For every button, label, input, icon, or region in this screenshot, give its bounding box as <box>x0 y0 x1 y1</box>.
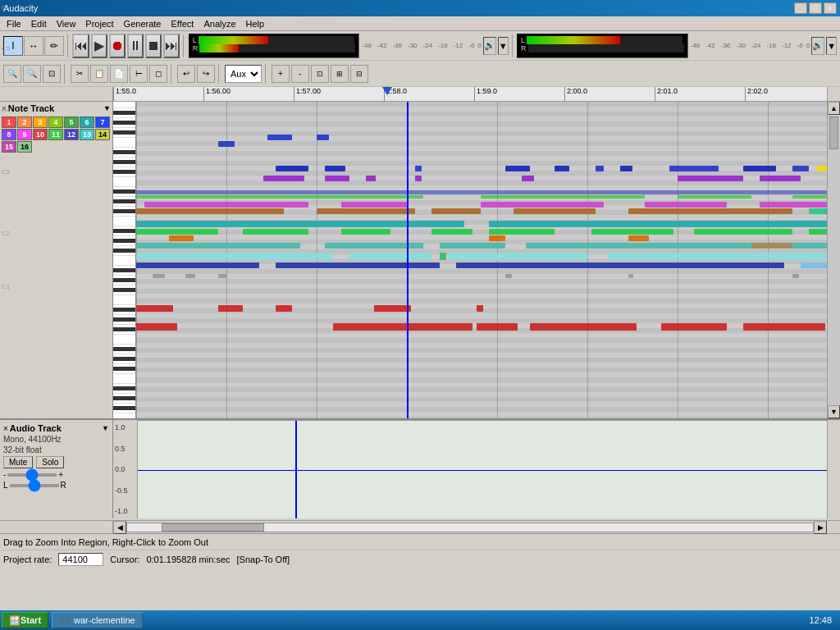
hscroll-bar[interactable] <box>126 523 814 532</box>
audio-track-vscroll[interactable] <box>827 420 840 518</box>
start-button[interactable]: 🪟 Start <box>2 612 48 628</box>
zoom-out-t-btn[interactable]: - <box>291 65 309 83</box>
maximize-button[interactable]: □ <box>809 2 822 14</box>
select-tool[interactable]: ↔ <box>24 36 43 56</box>
output-r-label: R <box>521 44 527 52</box>
output-dropdown-btn[interactable]: ▼ <box>826 37 837 55</box>
midi-ch-2[interactable]: 2 <box>17 116 32 128</box>
taskbar-audacity[interactable]: 🎵 war-clementine <box>52 612 143 628</box>
zoom-sel-btn[interactable]: ⊡ <box>311 65 329 83</box>
vscroll-down-btn[interactable]: ▼ <box>828 405 840 418</box>
midi-ch-1[interactable]: 1 <box>2 116 16 128</box>
audio-track-dropdown[interactable]: ▼ <box>102 424 109 432</box>
solo-button[interactable]: Solo <box>36 456 64 468</box>
project-rate-value[interactable]: 44100 <box>58 553 103 566</box>
zoom-fit-btn[interactable]: ⊞ <box>331 65 349 83</box>
note-track-content[interactable] <box>136 102 827 418</box>
zoom-fit2-btn[interactable]: ⊟ <box>350 65 368 83</box>
paste-btn[interactable]: 📄 <box>110 65 128 83</box>
note-dm-1 <box>136 262 259 268</box>
minimize-button[interactable]: _ <box>794 2 807 14</box>
gain-slider[interactable] <box>7 473 57 477</box>
stop-button[interactable]: ⏹ <box>145 34 162 58</box>
pause-button[interactable]: ⏸ <box>127 34 144 58</box>
midi-ch-11[interactable]: 11 <box>48 129 63 140</box>
select-all-btn[interactable]: ⊡ <box>43 65 61 83</box>
grid-line-0 <box>136 102 137 418</box>
input-gain-btn[interactable]: 🔊 <box>483 37 496 55</box>
midi-ch-9[interactable]: 9 <box>17 129 32 140</box>
pan-slider[interactable] <box>10 484 59 487</box>
midi-ch-3[interactable]: 3 <box>33 116 48 128</box>
note-track-dropdown[interactable]: ▼ <box>103 104 111 112</box>
mute-button[interactable]: Mute <box>3 456 33 468</box>
copy-btn[interactable]: 📋 <box>90 65 108 83</box>
timeline-ruler-area[interactable]: 1:55.0 1:56.00 1:57.00 1:58.0 1:59.0 2:0… <box>113 87 827 101</box>
note-track-header: × Note Track ▼ <box>2 103 111 113</box>
note-br-3 <box>431 208 481 214</box>
record-button[interactable]: ⏺ <box>109 34 126 58</box>
input-l-label: L <box>193 36 197 44</box>
hscroll-left-spacer <box>0 521 113 533</box>
note-pm-4 <box>645 202 727 208</box>
midi-ch-16[interactable]: 16 <box>17 141 32 153</box>
note-track-vscroll[interactable]: ▲ ▼ <box>827 102 840 418</box>
grid-line-5 <box>587 102 588 418</box>
midi-ch-13[interactable]: 13 <box>80 129 94 140</box>
menu-generate[interactable]: Generate <box>119 18 167 30</box>
y-label--1.0: -1.0 <box>115 507 135 515</box>
trim-btn[interactable]: ⊢ <box>130 65 148 83</box>
hscroll-right-btn[interactable]: ▶ <box>814 521 827 534</box>
midi-ch-12[interactable]: 12 <box>64 129 79 140</box>
rewind-button[interactable]: ⏮ <box>72 34 89 58</box>
silence-btn[interactable]: ◻ <box>149 65 167 83</box>
midi-ch-7[interactable]: 7 <box>95 116 110 128</box>
draw-tool[interactable]: ✏ <box>44 36 64 56</box>
midi-ch-15[interactable]: 15 <box>2 141 16 153</box>
toolbar2-sep2 <box>171 64 174 84</box>
menu-file[interactable]: File <box>2 18 26 30</box>
close-button[interactable]: × <box>824 2 837 14</box>
menu-help[interactable]: Help <box>241 18 270 30</box>
redo-btn[interactable]: ↪ <box>197 65 215 83</box>
forward-button[interactable]: ⏭ <box>163 34 180 58</box>
note-lc-1 <box>136 253 333 260</box>
hscroll-left-btn[interactable]: ◀ <box>113 521 126 534</box>
hscroll-thumb[interactable] <box>162 523 264 532</box>
note-red-4 <box>374 305 411 312</box>
zoom-in-btn[interactable]: 🔍 <box>3 65 21 83</box>
menu-view[interactable]: View <box>52 18 81 30</box>
play-button[interactable]: ▶ <box>91 34 107 58</box>
menu-edit[interactable]: Edit <box>26 18 52 30</box>
undo-btn[interactable]: ↩ <box>177 65 195 83</box>
note-dm-3 <box>456 262 784 268</box>
note-redL-2 <box>333 323 472 331</box>
output-l-label: L <box>521 36 525 44</box>
vscroll-up-btn[interactable]: ▲ <box>828 102 840 115</box>
note-p-2 <box>325 176 349 181</box>
hscroll-track[interactable] <box>126 521 814 533</box>
audio-waveform[interactable] <box>138 420 827 518</box>
midi-ch-10[interactable]: 10 <box>33 129 48 140</box>
aux-select[interactable]: Aux <box>225 65 262 83</box>
input-r-label: R <box>193 44 199 52</box>
menu-analyze[interactable]: Analyze <box>199 18 240 30</box>
menu-project[interactable]: Project <box>80 18 118 30</box>
output-gain-btn[interactable]: 🔊 <box>811 37 824 55</box>
note-cy-1 <box>136 221 464 227</box>
note-br-5 <box>628 208 792 214</box>
audio-track-close[interactable]: × <box>3 424 8 433</box>
midi-ch-8[interactable]: 8 <box>2 129 16 140</box>
menu-effect[interactable]: Effect <box>166 18 199 30</box>
input-dropdown-btn[interactable]: ▼ <box>498 37 509 55</box>
midi-ch-5[interactable]: 5 <box>64 116 79 128</box>
zoom-out-btn[interactable]: 🔍 <box>23 65 41 83</box>
cut-btn[interactable]: ✂ <box>71 65 89 83</box>
note-p-1 <box>263 176 304 181</box>
vscroll-thumb[interactable] <box>829 116 838 149</box>
midi-ch-6[interactable]: 6 <box>80 116 94 128</box>
midi-ch-14[interactable]: 14 <box>95 129 110 140</box>
midi-ch-4[interactable]: 4 <box>48 116 63 128</box>
row-stripes <box>136 102 827 418</box>
zoom-in-t-btn[interactable]: + <box>272 65 290 83</box>
